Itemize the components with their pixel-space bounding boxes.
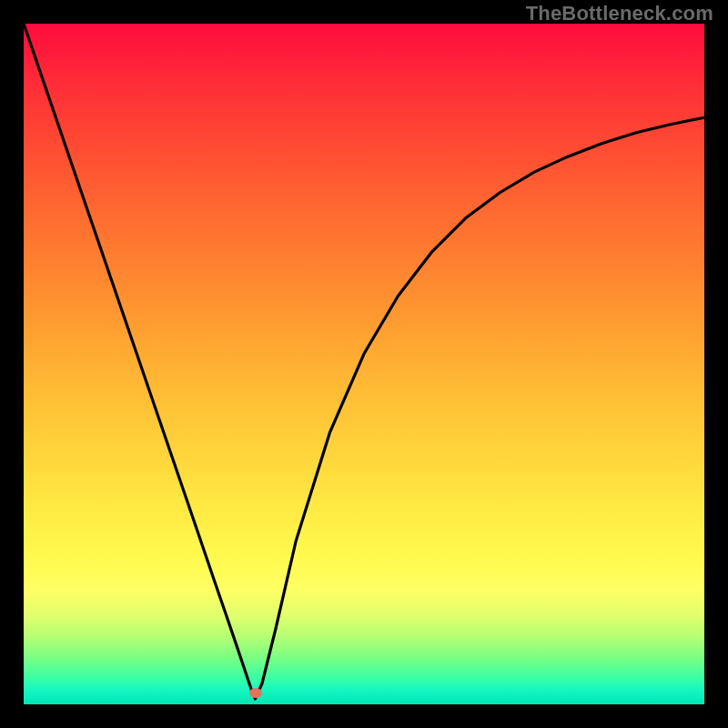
bottleneck-curve [24,24,704,699]
chart-frame: TheBottleneck.com [0,0,728,728]
minimum-marker [249,688,262,698]
watermark-text: TheBottleneck.com [526,2,713,25]
curve-svg [24,24,704,704]
plot-area [24,24,704,704]
